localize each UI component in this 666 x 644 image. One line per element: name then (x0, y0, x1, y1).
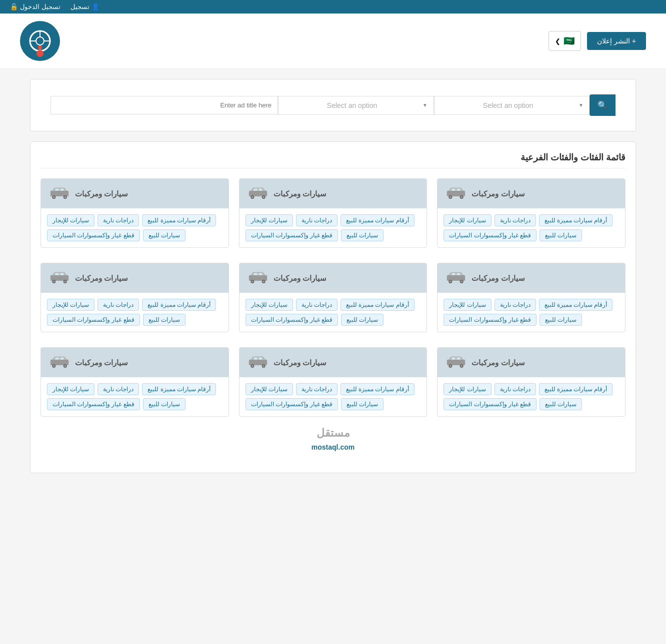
category-tag[interactable]: دراجات نارية (98, 299, 139, 311)
category-tag[interactable]: أرقام سيارات مميزة للبيع (142, 383, 216, 395)
category-tag[interactable]: أرقام سيارات مميزة للبيع (142, 299, 216, 311)
header: + النشر إعلان 🇸🇦 ❯ (0, 13, 666, 69)
svg-point-18 (262, 196, 264, 198)
category-tag[interactable]: سيارات للبيع (341, 314, 384, 326)
category-tag[interactable]: دراجات نارية (494, 299, 536, 311)
category-tag[interactable]: أرقام سيارات مميزة للبيع (340, 383, 414, 395)
flag-arrow-icon: ❯ (555, 37, 560, 45)
category-select-2[interactable]: ▼ Select an option (278, 96, 434, 115)
category-header: سيارات ومركبات (438, 263, 625, 293)
category-card: سيارات ومركبات أرقام سيارات مميزة للبيعد… (40, 263, 229, 332)
brand-name: مستقل mostaql.com (50, 427, 616, 453)
category-header: سيارات ومركبات (240, 263, 427, 293)
category-header: سيارات ومركبات (41, 263, 228, 293)
category-tag[interactable]: سيارات للإيجار (246, 383, 293, 395)
category-tag[interactable]: قطع غيار وإكسسوارات السيارات (47, 229, 140, 241)
category-tag[interactable]: دراجات نارية (296, 214, 338, 226)
category-tag[interactable]: سيارات للبيع (341, 398, 384, 410)
category-tag[interactable]: قطع غيار وإكسسوارات السيارات (444, 314, 536, 326)
dropdown-arrow-2: ▼ (422, 102, 428, 108)
category-tag[interactable]: قطع غيار وإكسسوارات السيارات (246, 398, 338, 410)
category-tags: أرقام سيارات مميزة للبيعدراجات ناريةسيار… (438, 293, 625, 332)
car-icon (248, 270, 268, 286)
category-tag[interactable]: سيارات للبيع (540, 229, 582, 241)
svg-point-31 (450, 281, 452, 283)
category-tag[interactable]: دراجات نارية (296, 299, 338, 311)
category-title: سيارات ومركبات (75, 189, 128, 198)
svg-point-11 (461, 196, 463, 198)
svg-rect-61 (254, 358, 257, 360)
category-tag[interactable]: سيارات للإيجار (444, 383, 491, 395)
category-tag[interactable]: قطع غيار وإكسسوارات السيارات (47, 314, 140, 326)
svg-rect-20 (258, 189, 262, 191)
search-section: 🔍 ▼ Select an option ▼ Select an option (30, 79, 636, 131)
category-header: سيارات ومركبات (438, 348, 625, 377)
publish-button[interactable]: + النشر إعلان (587, 32, 646, 50)
category-tag[interactable]: قطع غيار وإكسسوارات السيارات (444, 398, 536, 410)
category-tag[interactable]: أرقام سيارات مميزة للبيع (142, 214, 216, 226)
dropdown-arrow-1: ▼ (578, 102, 584, 108)
car-icon (446, 186, 466, 201)
category-tag[interactable]: قطع غيار وإكسسوارات السيارات (246, 314, 338, 326)
svg-point-25 (64, 196, 66, 198)
search-input[interactable] (50, 96, 278, 114)
category-tag[interactable]: سيارات للإيجار (47, 299, 94, 311)
category-select-1[interactable]: ▼ Select an option (434, 96, 590, 115)
svg-point-32 (461, 281, 463, 283)
category-tags: أرقام سيارات مميزة للبيعدراجات ناريةسيار… (240, 293, 427, 332)
category-title: سيارات ومركبات (472, 189, 524, 198)
svg-rect-62 (258, 358, 262, 360)
flag-icon: 🇸🇦 (564, 35, 574, 46)
category-tag[interactable]: دراجات نارية (494, 383, 536, 395)
category-tag[interactable]: سيارات للبيع (143, 229, 186, 241)
svg-point-53 (461, 365, 463, 367)
svg-point-38 (252, 281, 254, 283)
login-link[interactable]: تسجيل الدخول 🔓 (10, 3, 60, 10)
logo (20, 21, 60, 61)
category-tag[interactable]: دراجات نارية (494, 214, 536, 226)
svg-point-60 (262, 365, 264, 367)
category-tag[interactable]: أرقام سيارات مميزة للبيع (340, 299, 414, 311)
category-tag[interactable]: قطع غيار وإكسسوارات السيارات (246, 229, 338, 241)
category-card: سيارات ومركبات أرقام سيارات مميزة للبيعد… (239, 263, 428, 332)
category-tags: أرقام سيارات مميزة للبيعدراجات ناريةسيار… (41, 208, 228, 247)
category-tag[interactable]: سيارات للبيع (540, 398, 582, 410)
category-header: سيارات ومركبات (41, 348, 228, 377)
svg-point-52 (450, 365, 452, 367)
category-tag[interactable]: سيارات للإيجار (444, 299, 491, 311)
svg-rect-26 (56, 189, 59, 191)
category-tag[interactable]: سيارات للبيع (143, 398, 186, 410)
category-card: سيارات ومركبات أرقام سيارات مميزة للبيعد… (40, 178, 229, 248)
category-tag[interactable]: سيارات للإيجار (47, 214, 94, 226)
category-tag[interactable]: أرقام سيارات مميزة للبيع (539, 299, 613, 311)
category-tag[interactable]: سيارات للإيجار (47, 383, 94, 395)
category-tag[interactable]: أرقام سيارات مميزة للبيع (539, 383, 613, 395)
category-tag[interactable]: سيارات للإيجار (444, 214, 491, 226)
search-icon: 🔍 (598, 101, 608, 109)
svg-point-17 (252, 196, 254, 198)
category-tag[interactable]: سيارات للبيع (341, 229, 384, 241)
category-tag[interactable]: سيارات للإيجار (246, 214, 293, 226)
category-tag[interactable]: دراجات نارية (98, 383, 139, 395)
svg-rect-48 (60, 273, 64, 275)
car-icon (446, 355, 466, 370)
category-tag[interactable]: دراجات نارية (296, 383, 338, 395)
car-icon (248, 186, 268, 201)
category-title: سيارات ومركبات (274, 189, 326, 198)
svg-rect-12 (452, 189, 456, 191)
category-tag[interactable]: قطع غيار وإكسسوارات السيارات (444, 229, 536, 241)
category-tag[interactable]: سيارات للإيجار (246, 299, 293, 311)
search-button[interactable]: 🔍 (590, 94, 616, 116)
svg-rect-69 (60, 358, 64, 360)
category-header: سيارات ومركبات (240, 179, 427, 208)
category-tag[interactable]: أرقام سيارات مميزة للبيع (340, 214, 414, 226)
svg-point-1 (36, 37, 44, 45)
category-tag[interactable]: سيارات للبيع (143, 314, 186, 326)
category-tag[interactable]: سيارات للبيع (540, 314, 582, 326)
category-header: سيارات ومركبات (41, 179, 228, 208)
category-tag[interactable]: قطع غيار وإكسسوارات السيارات (47, 398, 140, 410)
register-link[interactable]: 👤 تسجيل (70, 3, 100, 10)
category-tag[interactable]: أرقام سيارات مميزة للبيع (539, 214, 613, 226)
flag-button[interactable]: 🇸🇦 ❯ (548, 31, 581, 51)
category-tag[interactable]: دراجات نارية (98, 214, 139, 226)
